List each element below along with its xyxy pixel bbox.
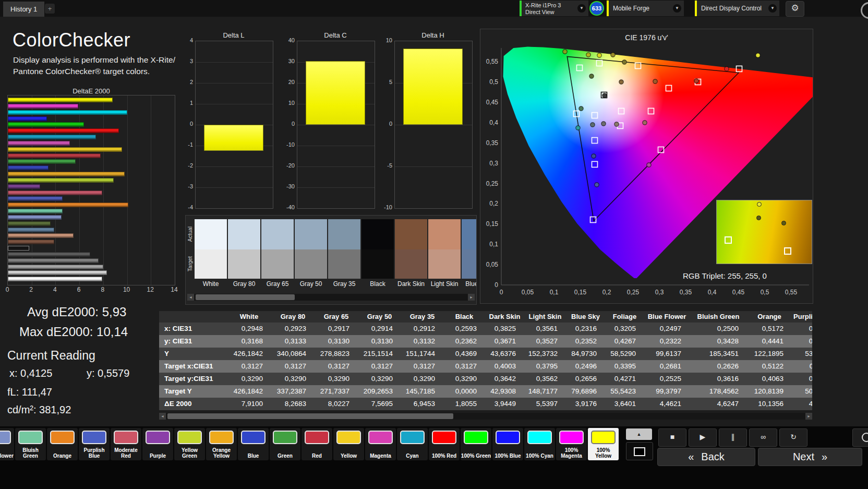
table-cell: 4,6247 xyxy=(690,398,747,410)
table-cell: 185,3451 xyxy=(690,348,747,360)
scroll-left-icon[interactable]: ◄ xyxy=(159,413,166,420)
patch-button-red[interactable]: Red xyxy=(302,428,332,460)
table-cell: 0,2352 xyxy=(566,335,605,348)
meter-dropdown[interactable]: X-Rite i1Pro 3 Direct View ▼ xyxy=(520,1,588,16)
next-button[interactable]: Next » xyxy=(758,448,862,466)
delta-tick-label: -1 xyxy=(180,141,193,148)
delta-tick-label: -10 xyxy=(380,204,392,210)
patch-button-cyan[interactable]: Cyan xyxy=(397,428,428,460)
pattern-source-dropdown[interactable]: Mobile Forge ▼ xyxy=(607,1,684,16)
patch-button-magenta[interactable]: Magenta xyxy=(365,428,396,460)
deltae-bar-red xyxy=(8,153,101,158)
eject-icon[interactable]: ▲ xyxy=(626,428,652,440)
swatch-scrollbar[interactable]: ◄ ► xyxy=(187,294,475,301)
history-tab[interactable]: History 1 xyxy=(3,2,44,17)
loop-button[interactable]: ∞ xyxy=(749,428,777,447)
deltae-x-tick: 4 xyxy=(53,286,57,293)
patch-button-purplish-blue[interactable]: Purplish Blue xyxy=(79,428,110,460)
cie-target-point xyxy=(648,108,654,114)
scroll-right-icon[interactable]: ► xyxy=(805,413,812,420)
table-cell: 0,2316 xyxy=(566,323,605,335)
table-cell: 3,9176 xyxy=(566,398,605,410)
deltae-bar-100-blue xyxy=(8,116,47,121)
table-cell: 0,3290 xyxy=(443,373,485,385)
pattern-window-button[interactable] xyxy=(626,442,653,460)
table-cell: 0,2496 xyxy=(566,360,605,373)
chevron-down-icon[interactable]: ▼ xyxy=(768,4,777,13)
cie-y-tick: 0,5 xyxy=(480,78,498,86)
patch-button-orange-yellow[interactable]: Orange Yellow xyxy=(206,428,237,460)
table-cell: 99,6137 xyxy=(644,348,690,360)
patch-button-bluish-green[interactable]: Bluish Green xyxy=(15,428,46,460)
table-row-target-x-cie31: Target x:CIE310,31270,31270,31270,31270,… xyxy=(159,360,812,373)
add-tab-button[interactable]: + xyxy=(45,4,55,14)
table-cell: 43,6376 xyxy=(485,348,524,360)
cie-measured-point xyxy=(595,183,599,187)
deltae-x-tick: 14 xyxy=(171,286,177,293)
patch-button-orange[interactable]: Orange xyxy=(47,428,78,460)
deltae-bar-black xyxy=(8,246,29,251)
patch-button-purple[interactable]: Purple xyxy=(142,428,173,460)
patch-label: 100% Cyan xyxy=(524,445,555,459)
swatch-name: Dark Skin xyxy=(395,280,427,288)
partial-transport-button[interactable] xyxy=(852,428,868,447)
cie-diagram-title: CIE 1976 u'v' xyxy=(480,33,813,42)
actual-swatch xyxy=(195,219,227,249)
cie-y-tick: 0,35 xyxy=(480,139,498,147)
gear-icon[interactable]: ⚙ xyxy=(786,1,804,17)
table-row-e-2000: ΔE 20007,91008,26838,02277,56956,94531,8… xyxy=(159,398,812,410)
circle-icon xyxy=(862,433,868,442)
delta-tick-label: 2 xyxy=(180,79,193,85)
patch-button-100-cyan[interactable]: 100% Cyan xyxy=(524,428,555,460)
patch-label: Cyan xyxy=(397,445,428,459)
table-scrollbar[interactable]: ◄ ► xyxy=(159,413,812,420)
delta-h-title: Delta H xyxy=(394,31,472,39)
table-row-y: Y426,1842340,0864278,8823215,1514151,174… xyxy=(159,348,812,360)
table-scrollbar-thumb[interactable] xyxy=(167,413,453,419)
stop-button[interactable]: ■ xyxy=(658,428,686,447)
table-row-header: Y xyxy=(159,348,227,360)
patch-button-100-magenta[interactable]: 100% Magenta xyxy=(556,428,587,460)
patch-button-yellow-green[interactable]: Yellow Green xyxy=(174,428,205,460)
patch-button-100-green[interactable]: 100% Green xyxy=(461,428,491,460)
patch-button-yellow[interactable]: Yellow xyxy=(333,428,364,460)
play-button[interactable]: ▶ xyxy=(689,428,717,447)
table-cell: 42,9308 xyxy=(485,385,524,398)
patch-button-blue-flower[interactable]: Blue Flower xyxy=(0,428,14,460)
patch-button-blue[interactable]: Blue xyxy=(238,428,269,460)
patch-label: Red xyxy=(302,445,332,459)
scroll-right-icon[interactable]: ► xyxy=(468,294,475,301)
refresh-button[interactable]: ↻ xyxy=(779,428,807,447)
patch-button-100-blue[interactable]: 100% Blue xyxy=(492,428,523,460)
corner-partial-icon[interactable] xyxy=(861,2,868,19)
patch-swatch xyxy=(82,431,106,444)
patch-swatch xyxy=(464,431,488,444)
display-control-dropdown[interactable]: Direct Display Control ▼ xyxy=(695,1,779,16)
table-header-row: WhiteGray 80Gray 65Gray 50Gray 35BlackDa… xyxy=(159,311,812,323)
patch-button-moderate-red[interactable]: Moderate Red xyxy=(111,428,141,460)
patch-button-100-red[interactable]: 100% Red xyxy=(429,428,460,460)
back-button[interactable]: « Back xyxy=(657,448,755,466)
deltae-bar-blue xyxy=(8,165,49,170)
table-cell: 0,2626 xyxy=(690,360,747,373)
delta-tick-label: 40 xyxy=(282,37,295,43)
table-row-header: x: CIE31 xyxy=(159,323,227,335)
chevron-down-icon[interactable]: ▼ xyxy=(673,4,681,13)
patch-button-green[interactable]: Green xyxy=(270,428,300,460)
table-cell: 55,5423 xyxy=(605,385,644,398)
top-bar: History 1 + X-Rite i1Pro 3 Direct View ▼… xyxy=(0,0,868,17)
pause-button[interactable]: ∥ xyxy=(719,428,747,447)
patch-button-100-yellow[interactable]: 100% Yellow xyxy=(588,428,619,460)
swatch-name: Gray 65 xyxy=(261,280,294,288)
table-cell: 0,2497 xyxy=(644,323,690,335)
swatch-scrollbar-thumb[interactable] xyxy=(196,294,295,300)
table-cell: 122,1895 xyxy=(747,348,792,360)
table-cell: 0,3290 xyxy=(271,373,315,385)
swatch-name: Black xyxy=(361,280,394,288)
scroll-left-icon[interactable]: ◄ xyxy=(187,294,194,301)
patch-swatch xyxy=(0,431,11,444)
deltae-bar-foliage xyxy=(8,221,51,226)
delta-tick-label: -3 xyxy=(180,183,193,189)
table-row-header: Target Y xyxy=(159,385,227,398)
chevron-down-icon[interactable]: ▼ xyxy=(577,4,586,13)
